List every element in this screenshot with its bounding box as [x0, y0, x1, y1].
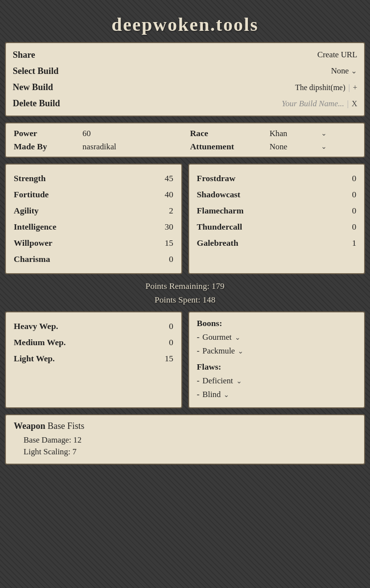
delete-build-label: Delete Build: [13, 96, 185, 111]
delete-build-row: Your Build Name... | X: [185, 96, 358, 111]
weapon-base-damage: Base Damage: 12: [14, 434, 356, 446]
attr-shadowcast-value: 0: [352, 189, 356, 200]
attr-strength-value: 45: [165, 173, 173, 184]
attr-thundercall-value: 0: [352, 222, 356, 232]
separator-1: |: [348, 83, 350, 92]
attr-strength-label: Strength: [14, 173, 46, 184]
weapon-name: Base Fists: [48, 421, 84, 431]
attunements-card: Frostdraw 0 Shadowcast 0 Flamecharm 0 Th…: [188, 164, 366, 274]
plus-button[interactable]: +: [353, 83, 357, 92]
attr-agility-label: Agility: [14, 206, 39, 216]
boons-title: Boons:: [197, 318, 357, 329]
list-item: Heavy Wep. 0: [14, 318, 173, 334]
list-item: Charisma 0: [14, 251, 173, 267]
attr-intelligence-label: Intelligence: [14, 222, 56, 232]
list-item: Agility 2: [14, 203, 173, 219]
list-item: Fortitude 40: [14, 187, 173, 203]
list-item: Intelligence 30: [14, 219, 173, 235]
select-build-text: None: [331, 66, 348, 75]
attr-shadowcast-label: Shadowcast: [197, 189, 241, 200]
actions-card: Share Create URL Select Build None ⌄ New…: [5, 42, 365, 117]
heavy-wep-label: Heavy Wep.: [14, 321, 58, 331]
attr-intelligence-value: 30: [165, 222, 173, 232]
power-label: Power: [14, 128, 82, 139]
boon-packmule-name: Packmule: [202, 346, 235, 356]
list-item: Willpower 15: [14, 235, 173, 251]
medium-wep-label: Medium Wep.: [14, 337, 66, 348]
race-chevron[interactable]: ⌄: [317, 129, 356, 138]
list-item: Flamecharm 0: [197, 203, 357, 219]
made-by-label: Made By: [14, 141, 82, 152]
list-item: Shadowcast 0: [197, 187, 357, 203]
site-title: deepwoken.tools: [5, 5, 365, 42]
weapon-label: Weapon: [14, 421, 45, 431]
boon-gourmet-chevron[interactable]: ⌄: [235, 333, 241, 342]
attr-flamecharm-value: 0: [352, 206, 356, 216]
weapon-light-scaling: Light Scaling: 7: [14, 446, 356, 458]
heavy-wep-value: 0: [169, 321, 173, 331]
attributes-row: Strength 45 Fortitude 40 Agility 2 Intel…: [5, 164, 365, 274]
light-wep-label: Light Wep.: [14, 353, 55, 364]
attr-frostdraw-label: Frostdraw: [197, 173, 236, 184]
boon-gourmet-name: Gourmet: [202, 332, 232, 342]
flaw-blind-name: Blind: [202, 390, 221, 400]
flaw-deficient-prefix: -: [197, 376, 200, 386]
attr-charisma-value: 0: [169, 254, 173, 264]
new-build-label: New Build: [13, 80, 185, 94]
share-label: Share: [13, 48, 185, 62]
list-item: - Gourmet ⌄: [197, 330, 357, 344]
flaw-deficient-name: Deficient: [202, 376, 233, 386]
attunement-value: None: [270, 142, 317, 152]
x-button[interactable]: X: [351, 99, 357, 108]
attr-galebreath-label: Galebreath: [197, 238, 239, 248]
attr-flamecharm-label: Flamecharm: [197, 206, 244, 216]
light-wep-value: 15: [165, 353, 173, 364]
attunement-chevron[interactable]: ⌄: [317, 142, 356, 151]
made-by-value: nasradikal: [82, 142, 160, 152]
flaw-deficient-chevron[interactable]: ⌄: [236, 377, 242, 385]
boons-card: Boons: - Gourmet ⌄ - Packmule ⌄ Flaws: -…: [188, 311, 366, 408]
points-spent: Points Spent: 148: [5, 293, 365, 306]
list-item: - Deficient ⌄: [197, 374, 357, 388]
flaw-blind-chevron[interactable]: ⌄: [223, 391, 229, 399]
points-section: Points Remaining: 179 Points Spent: 148: [5, 279, 365, 306]
create-url-label[interactable]: Create URL: [185, 48, 358, 62]
attr-agility-value: 2: [169, 206, 173, 216]
attr-galebreath-value: 1: [352, 238, 356, 248]
race-label: Race: [190, 128, 270, 139]
boon-gourmet-prefix: -: [197, 332, 200, 342]
weapons-card: Heavy Wep. 0 Medium Wep. 0 Light Wep. 15: [5, 311, 182, 408]
new-build-row: The dipshit(me) | +: [185, 80, 358, 94]
attr-thundercall-label: Thundercall: [197, 222, 243, 232]
boon-packmule-prefix: -: [197, 346, 200, 356]
separator-2: |: [347, 99, 348, 108]
list-item: Light Wep. 15: [14, 351, 173, 367]
attr-frostdraw-value: 0: [352, 173, 356, 184]
flaw-blind-prefix: -: [197, 390, 200, 400]
list-item: Strength 45: [14, 170, 173, 187]
race-value: Khan: [270, 129, 317, 139]
attr-willpower-label: Willpower: [14, 238, 52, 248]
character-info-card: Power 60 Race Khan ⌄ Made By nasradikal …: [5, 122, 365, 158]
list-item: Thundercall 0: [197, 219, 357, 235]
select-build-chevron: ⌄: [351, 67, 357, 75]
core-stats-card: Strength 45 Fortitude 40 Agility 2 Intel…: [5, 164, 182, 274]
select-build-label: Select Build: [13, 64, 185, 78]
weapon-base-card: Weapon Base Fists Base Damage: 12 Light …: [5, 414, 365, 465]
select-build-value[interactable]: None ⌄: [185, 64, 358, 78]
new-build-author: The dipshit(me): [295, 83, 345, 92]
weapons-boons-row: Heavy Wep. 0 Medium Wep. 0 Light Wep. 15…: [5, 311, 365, 408]
build-name-placeholder[interactable]: Your Build Name...: [185, 97, 345, 111]
list-item: Frostdraw 0: [197, 170, 357, 187]
medium-wep-value: 0: [169, 337, 173, 348]
list-item: - Blind ⌄: [197, 388, 357, 401]
flaws-title: Flaws:: [197, 362, 357, 372]
attunement-label: Attunement: [190, 141, 270, 152]
attr-charisma-label: Charisma: [14, 254, 50, 264]
points-remaining: Points Remaining: 179: [5, 279, 365, 293]
attr-fortitude-value: 40: [165, 189, 173, 200]
attr-fortitude-label: Fortitude: [14, 189, 49, 200]
boon-packmule-chevron[interactable]: ⌄: [238, 347, 244, 355]
list-item: Galebreath 1: [197, 235, 357, 251]
list-item: Medium Wep. 0: [14, 334, 173, 351]
